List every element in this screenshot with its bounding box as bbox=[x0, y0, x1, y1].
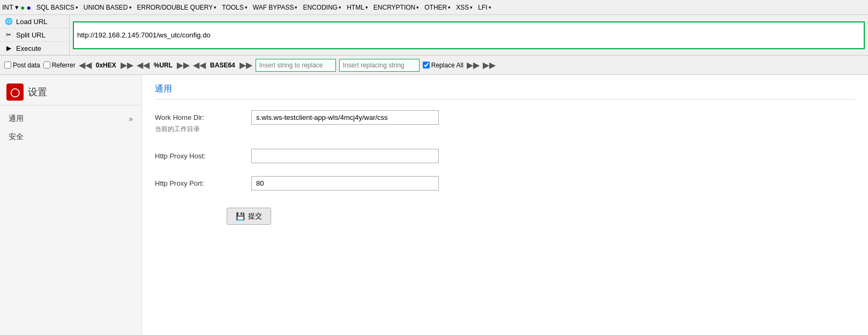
insert-string-to-replace-input[interactable] bbox=[256, 59, 336, 72]
menu-lfi[interactable]: LFI▾ bbox=[476, 3, 493, 12]
post-data-checkbox-label[interactable]: Post data bbox=[4, 62, 40, 69]
right-arrow-base64-icon: ▶▶ bbox=[240, 60, 252, 70]
execute-icon: ▶ bbox=[4, 44, 13, 52]
left-arrow-hex-icon: ◀◀ bbox=[79, 60, 92, 70]
work-home-dir-group: Work Home Dir: 当前的工作目录 bbox=[155, 110, 855, 136]
double-right-arrow-icon: ▶▶ bbox=[483, 60, 496, 70]
http-proxy-port-label: Http Proxy Port: bbox=[155, 179, 241, 187]
replace-all-checkbox[interactable] bbox=[423, 62, 430, 68]
int-chevron-icon: ▾ bbox=[15, 3, 19, 11]
chevron-down-icon: ▾ bbox=[295, 5, 297, 10]
sidebar-action-buttons: 🌐 Load URL ✂ Split URL ▶ Execute bbox=[0, 15, 70, 55]
green-dot-icon: ● bbox=[20, 3, 25, 12]
right-arrow-hex-icon: ▶▶ bbox=[121, 60, 133, 70]
base64-label: BASE64 bbox=[209, 62, 236, 69]
menu-waf-bypass[interactable]: WAF BYPASS▾ bbox=[251, 3, 300, 12]
chevron-down-icon: ▾ bbox=[339, 5, 341, 10]
menu-encryption[interactable]: ENCRYPTION▾ bbox=[371, 3, 421, 12]
submit-area: 💾 提交 bbox=[155, 203, 342, 225]
left-arrow-base64-icon: ◀◀ bbox=[193, 60, 206, 70]
execute-button[interactable]: ▶ Execute bbox=[0, 42, 69, 55]
menu-union-based[interactable]: UNION BASED▾ bbox=[81, 3, 134, 12]
work-home-dir-label: Work Home Dir: bbox=[155, 113, 241, 121]
submit-icon: 💾 bbox=[236, 212, 245, 220]
http-proxy-host-label-group: Http Proxy Host: bbox=[155, 149, 241, 163]
post-data-checkbox[interactable] bbox=[4, 62, 11, 68]
insert-replacing-string-input[interactable] bbox=[339, 59, 420, 72]
load-url-icon: 🌐 bbox=[4, 17, 13, 26]
submit-button[interactable]: 💾 提交 bbox=[227, 208, 271, 225]
app-logo: ◯ bbox=[6, 83, 24, 101]
menu-sql-basics[interactable]: SQL BASICS▾ bbox=[34, 3, 80, 12]
app-title: 设置 bbox=[28, 86, 47, 98]
referrer-checkbox-label[interactable]: Referrer bbox=[43, 62, 76, 69]
top-menu-bar: INT ▾ ● ● SQL BASICS▾ UNION BASED▾ ERROR… bbox=[0, 0, 868, 15]
chevron-down-icon: ▾ bbox=[448, 5, 451, 10]
right-arrow-replace-icon: ▶▶ bbox=[467, 60, 480, 70]
submit-label: 提交 bbox=[248, 211, 262, 221]
work-home-dir-input[interactable] bbox=[251, 110, 439, 125]
split-url-button[interactable]: ✂ Split URL bbox=[0, 28, 69, 42]
right-content: 通用 Work Home Dir: 当前的工作目录 Http Proxy Hos… bbox=[142, 75, 868, 335]
url-label: %URL bbox=[153, 62, 174, 69]
menu-tools[interactable]: TOOLS▾ bbox=[220, 3, 249, 12]
chevron-down-icon: ▾ bbox=[245, 5, 248, 10]
chevron-down-icon: ▾ bbox=[416, 5, 419, 10]
int-label: INT bbox=[2, 3, 13, 11]
int-select[interactable]: INT ▾ ● ● bbox=[2, 3, 31, 12]
chevron-down-icon: ▾ bbox=[365, 5, 368, 10]
url-input[interactable] bbox=[73, 21, 865, 49]
chevron-right-icon: » bbox=[129, 115, 133, 123]
chevron-down-icon: ▾ bbox=[129, 5, 132, 10]
work-home-dir-label-group: Work Home Dir: 当前的工作目录 bbox=[155, 110, 241, 136]
encode-toolbar: Post data Referrer ◀◀ 0xHEX ▶▶ ◀◀ %URL ▶… bbox=[0, 56, 868, 75]
load-url-button[interactable]: 🌐 Load URL bbox=[0, 15, 69, 28]
http-proxy-host-label: Http Proxy Host: bbox=[155, 152, 241, 160]
chevron-down-icon: ▾ bbox=[76, 5, 78, 10]
left-arrow-url-icon: ◀◀ bbox=[137, 60, 149, 70]
split-url-icon: ✂ bbox=[4, 31, 13, 39]
http-proxy-port-input[interactable] bbox=[251, 176, 439, 191]
replace-all-checkbox-label[interactable]: Replace All bbox=[423, 62, 463, 69]
hex-label: 0xHEX bbox=[95, 62, 117, 69]
blue-dot-icon: ● bbox=[26, 3, 31, 12]
http-proxy-host-input[interactable] bbox=[251, 149, 439, 163]
menu-html[interactable]: HTML▾ bbox=[345, 3, 370, 12]
menu-encoding[interactable]: ENCODING▾ bbox=[301, 3, 343, 12]
nav-item-general[interactable]: 通用 » bbox=[0, 110, 141, 128]
menu-error-double-query[interactable]: ERROR/DOUBLE QUERY▾ bbox=[135, 3, 219, 12]
chevron-down-icon: ▾ bbox=[214, 5, 216, 10]
nav-item-security[interactable]: 安全 bbox=[0, 128, 141, 146]
section-title: 通用 bbox=[155, 83, 855, 100]
main-content: ◯ 设置 通用 » 安全 通用 Work Home Dir: 当前的工作目录 H… bbox=[0, 75, 868, 335]
http-proxy-port-label-group: Http Proxy Port: bbox=[155, 176, 241, 191]
right-arrow-url-icon: ▶▶ bbox=[177, 60, 190, 70]
http-proxy-host-group: Http Proxy Host: bbox=[155, 149, 855, 163]
left-sidebar: ◯ 设置 通用 » 安全 bbox=[0, 75, 142, 335]
chevron-down-icon: ▾ bbox=[470, 5, 473, 10]
http-proxy-port-group: Http Proxy Port: bbox=[155, 176, 855, 191]
menu-other[interactable]: OTHER▾ bbox=[422, 3, 453, 12]
work-home-dir-sublabel: 当前的工作目录 bbox=[155, 125, 241, 134]
referrer-checkbox[interactable] bbox=[43, 62, 50, 68]
menu-xss[interactable]: XSS▾ bbox=[454, 3, 475, 12]
chevron-down-icon: ▾ bbox=[489, 5, 491, 10]
app-header: ◯ 设置 bbox=[0, 79, 141, 105]
url-input-area bbox=[70, 15, 868, 55]
url-bar-row: 🌐 Load URL ✂ Split URL ▶ Execute bbox=[0, 15, 868, 56]
